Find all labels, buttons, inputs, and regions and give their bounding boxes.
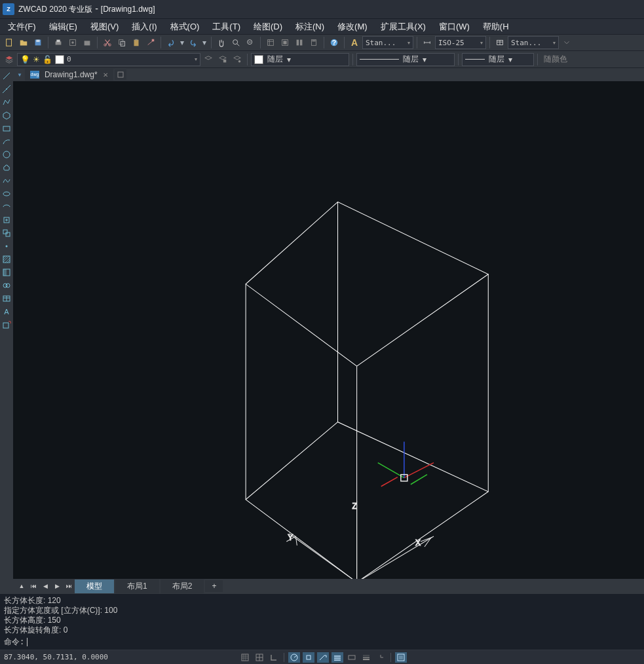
tabs-prev-icon[interactable]: ⏮	[28, 581, 39, 591]
publish-icon[interactable]	[81, 36, 94, 49]
addselected-icon[interactable]	[1, 320, 12, 330]
document-tab[interactable]: dwg Drawing1.dwg* ✕	[25, 69, 113, 81]
undo-dropdown-icon[interactable]: ▾	[179, 36, 185, 49]
point-icon[interactable]	[1, 241, 12, 251]
lwt-toggle[interactable]	[331, 652, 343, 663]
model-toggle[interactable]	[395, 652, 407, 663]
command-area[interactable]: 长方体长度: 120 指定方体宽度或 [立方体(C)]: 100 长方体高度: …	[0, 593, 644, 650]
arc-icon[interactable]	[1, 136, 12, 147]
line-icon[interactable]	[1, 71, 12, 81]
svg-rect-39	[3, 269, 7, 276]
menu-express[interactable]: 扩展工具(X)	[374, 20, 432, 34]
region-icon[interactable]	[1, 280, 12, 291]
separator	[417, 37, 417, 48]
spline-icon[interactable]	[1, 175, 12, 186]
menu-view[interactable]: 视图(V)	[84, 20, 125, 34]
save-icon[interactable]	[31, 36, 45, 49]
snap-toggle[interactable]	[239, 652, 251, 663]
pan-icon[interactable]	[215, 36, 228, 49]
tabs-fwd-icon[interactable]: ▶	[52, 581, 62, 591]
menu-tools[interactable]: 工具(T)	[206, 20, 247, 34]
layer-manager-icon[interactable]	[3, 53, 16, 66]
color-dropdown[interactable]: 随层▾	[251, 53, 349, 66]
gradient-icon[interactable]	[1, 267, 12, 278]
preview-icon[interactable]	[66, 36, 79, 49]
calculator-icon[interactable]	[307, 36, 320, 49]
polygon-icon[interactable]	[1, 110, 12, 120]
match-icon[interactable]	[144, 36, 157, 49]
menu-insert[interactable]: 插入(I)	[125, 20, 163, 34]
tabs-back-icon[interactable]: ◀	[40, 581, 50, 591]
ortho-toggle[interactable]	[268, 652, 280, 663]
menu-help[interactable]: 帮助(H	[476, 20, 516, 34]
revcloud-icon[interactable]	[1, 162, 12, 173]
layer-prev-icon[interactable]	[202, 53, 215, 66]
lineweight-toggle[interactable]	[360, 652, 372, 663]
layout-tab-model[interactable]: 模型	[75, 580, 114, 593]
rectangle-icon[interactable]	[1, 123, 12, 134]
menu-format[interactable]: 格式(O)	[164, 20, 206, 34]
design-center-icon[interactable]	[278, 36, 292, 49]
paste-icon[interactable]	[130, 36, 143, 49]
ellipse-icon[interactable]	[1, 189, 12, 199]
tool-palette-icon[interactable]	[293, 36, 306, 49]
open-icon[interactable]	[17, 36, 30, 49]
polyline-icon[interactable]	[1, 97, 12, 107]
menu-window[interactable]: 窗口(W)	[432, 20, 476, 34]
dim-style-dropdown[interactable]: ISO-25▾	[435, 36, 486, 49]
polar-toggle[interactable]	[288, 652, 300, 663]
viewport[interactable]: Y X Z	[13, 81, 644, 579]
osnap-toggle[interactable]	[303, 652, 314, 663]
table-icon[interactable]	[1, 293, 12, 304]
text-style-icon[interactable]: A	[348, 36, 361, 49]
copy-icon[interactable]	[115, 36, 128, 49]
tabs-last-icon[interactable]: ⏭	[64, 581, 74, 591]
tabs-first-icon[interactable]: ▲	[16, 581, 27, 591]
dyn-toggle[interactable]	[346, 652, 358, 663]
redo-icon[interactable]	[187, 36, 200, 49]
command-input[interactable]: 命令:	[4, 636, 640, 648]
cut-icon[interactable]	[101, 36, 114, 49]
insert-block-icon[interactable]	[1, 215, 12, 225]
menu-file[interactable]: 文件(F)	[1, 20, 43, 34]
print-icon[interactable]	[52, 36, 65, 49]
linetype-dropdown[interactable]: 随层▾	[356, 53, 455, 66]
redo-dropdown-icon[interactable]: ▾	[201, 36, 208, 49]
menu-modify[interactable]: 修改(M)	[331, 20, 374, 34]
coordinates[interactable]: 87.3040, 50.7131, 0.0000	[4, 653, 108, 661]
new-icon[interactable]	[3, 36, 16, 49]
hatch-icon[interactable]	[1, 254, 12, 265]
text-style-dropdown[interactable]: Stan...▾	[362, 36, 413, 49]
make-block-icon[interactable]	[1, 228, 12, 238]
table-style-dropdown[interactable]: Stan...▾	[508, 36, 559, 49]
xline-icon[interactable]	[1, 84, 12, 94]
table-style-icon[interactable]	[493, 36, 506, 49]
properties-icon[interactable]	[264, 36, 277, 49]
zoom-icon[interactable]	[229, 36, 242, 49]
grid-toggle[interactable]	[254, 652, 265, 663]
layer-iso-icon[interactable]	[231, 53, 244, 66]
mtext-icon[interactable]: A	[1, 306, 12, 317]
tab-dropdown-icon[interactable]: ▼	[16, 72, 24, 78]
layout-tab-1[interactable]: 布局1	[115, 580, 159, 593]
svg-rect-12	[134, 40, 139, 46]
more-icon[interactable]	[560, 36, 573, 49]
menu-dimension[interactable]: 标注(N)	[289, 20, 331, 34]
cycle-toggle[interactable]	[375, 652, 387, 663]
lineweight-dropdown[interactable]: 随层▾	[462, 53, 534, 66]
otrack-toggle[interactable]	[317, 652, 329, 663]
menu-draw[interactable]: 绘图(D)	[247, 20, 289, 34]
layer-dropdown[interactable]: 💡 ☀ 🔓 0▾	[17, 53, 200, 66]
close-tab-icon[interactable]: ✕	[103, 71, 108, 79]
add-layout-button[interactable]: +	[205, 580, 223, 592]
help-icon[interactable]: ?	[328, 36, 341, 49]
circle-icon[interactable]	[1, 149, 12, 160]
dim-style-icon[interactable]	[421, 36, 434, 49]
new-tab-button[interactable]	[115, 69, 126, 80]
layout-tab-2[interactable]: 布局2	[161, 580, 204, 593]
zoom-prev-icon[interactable]	[244, 36, 257, 49]
ellipse-arc-icon[interactable]	[1, 202, 12, 212]
undo-icon[interactable]	[164, 36, 178, 49]
menu-edit[interactable]: 编辑(E)	[43, 20, 84, 34]
layer-state-icon[interactable]	[216, 53, 229, 66]
